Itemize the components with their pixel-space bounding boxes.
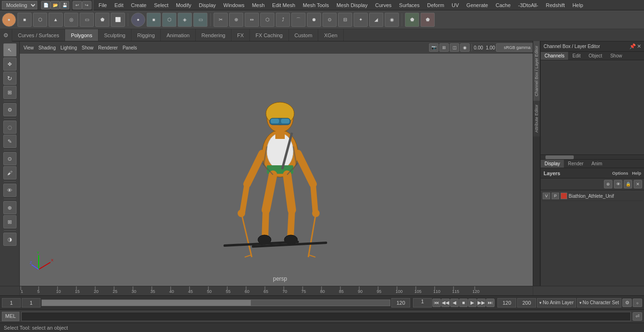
menu-cache[interactable]: Cache bbox=[492, 1, 514, 9]
skip-end-btn[interactable]: ⏭ bbox=[486, 299, 495, 307]
cb-tab-edit[interactable]: Edit bbox=[569, 52, 585, 60]
menu-mesh-tools[interactable]: Mesh Tools bbox=[299, 1, 332, 9]
tab-fx-caching[interactable]: FX Caching bbox=[250, 29, 289, 41]
shelf-circularize-btn[interactable]: ◉ bbox=[385, 13, 399, 27]
layers-help-menu[interactable]: Help bbox=[632, 171, 641, 176]
menu-create[interactable]: Create bbox=[127, 1, 150, 9]
cb-close-btn[interactable]: ✕ bbox=[637, 43, 641, 49]
range-end-input[interactable] bbox=[391, 298, 410, 308]
layer-visibility-icon[interactable]: 👁 bbox=[614, 180, 622, 188]
show-hide-btn[interactable]: 👁 bbox=[3, 184, 17, 197]
shelf-mirror-btn[interactable]: ⇔ bbox=[245, 13, 259, 27]
menu-mesh-display[interactable]: Mesh Display bbox=[333, 1, 372, 9]
shelf-pipe-btn[interactable]: ⬜ bbox=[111, 13, 125, 27]
smooth-btn[interactable]: ◉ bbox=[460, 43, 470, 52]
menu-windows[interactable]: Windows bbox=[220, 1, 248, 9]
layer-add-icon[interactable]: ⊕ bbox=[604, 180, 612, 188]
shelf-wedge-btn[interactable]: ◢ bbox=[369, 13, 383, 27]
shelf-fill-btn[interactable]: ⏺ bbox=[307, 13, 321, 27]
shelf-bridge-btn[interactable]: ⌒ bbox=[291, 13, 305, 27]
current-frame-input[interactable] bbox=[2, 298, 21, 308]
tab-animation[interactable]: Animation bbox=[161, 29, 196, 41]
shelf-cyl-btn[interactable]: ⬡ bbox=[33, 13, 47, 27]
save-file-btn[interactable]: 💾 bbox=[60, 1, 69, 9]
range-start-input[interactable] bbox=[22, 298, 41, 308]
menu-surfaces[interactable]: Surfaces bbox=[396, 1, 423, 9]
tab-custom[interactable]: Custom bbox=[289, 29, 319, 41]
anim-end-input[interactable] bbox=[497, 298, 516, 308]
anim-layer-selector[interactable]: ▾ No Anim Layer bbox=[537, 298, 576, 308]
play-fwd-btn[interactable]: ▶ bbox=[468, 299, 477, 307]
tab-xgen[interactable]: XGen bbox=[318, 29, 343, 41]
grid-btn[interactable]: ⊞ bbox=[439, 43, 449, 52]
shading-menu[interactable]: Shading bbox=[37, 43, 58, 52]
cb-tab-channels[interactable]: Channels bbox=[541, 52, 569, 60]
layer-delete-icon[interactable]: ✕ bbox=[634, 180, 642, 188]
play-back-btn[interactable]: ◀ bbox=[450, 299, 459, 307]
character-set-selector[interactable]: ▾ No Character Set bbox=[577, 298, 621, 308]
step-fwd-btn[interactable]: ▶▶ bbox=[477, 299, 486, 307]
shelf-combine-btn[interactable]: ⊕ bbox=[229, 13, 243, 27]
cb-tab-show[interactable]: Show bbox=[606, 52, 626, 60]
rotate-tool-btn[interactable]: ↻ bbox=[3, 72, 17, 85]
cb-pin-btn[interactable]: 📌 bbox=[629, 43, 636, 49]
shelf-sphere-btn[interactable]: ● bbox=[2, 13, 16, 27]
shelf-tool2-btn[interactable]: ■ bbox=[147, 13, 161, 27]
redo-btn[interactable]: ↪ bbox=[82, 1, 91, 9]
shelf-paint-btn[interactable]: ⬟ bbox=[405, 13, 419, 27]
universal-manip-btn[interactable]: ⚙ bbox=[3, 103, 17, 116]
scale-tool-btn[interactable]: ⊞ bbox=[3, 86, 17, 99]
new-file-btn[interactable]: 📄 bbox=[41, 1, 50, 9]
render-btn[interactable]: ◑ bbox=[3, 233, 17, 246]
anim-key-btn[interactable]: ⬦ bbox=[633, 299, 642, 307]
menu-mesh[interactable]: Mesh bbox=[248, 1, 268, 9]
menu-file[interactable]: File bbox=[95, 1, 111, 9]
shelf-tool3-btn[interactable]: ⬡ bbox=[162, 13, 176, 27]
layer-color-swatch[interactable] bbox=[561, 193, 567, 199]
menu-generate[interactable]: Generate bbox=[462, 1, 492, 9]
camera-select-btn[interactable]: 📷 bbox=[429, 43, 438, 52]
channel-scrollbar[interactable] bbox=[541, 154, 644, 159]
mode-selector[interactable]: Modeling bbox=[2, 1, 37, 9]
open-file-btn[interactable]: 📂 bbox=[50, 1, 60, 9]
shelf-sculpt-btn[interactable]: ⬟ bbox=[421, 13, 435, 27]
shelf-cube-btn[interactable]: ■ bbox=[17, 13, 32, 27]
paint-select-btn[interactable]: ✎ bbox=[3, 135, 17, 148]
shelf-target-btn[interactable]: ⊙ bbox=[322, 13, 337, 27]
menu-redshift[interactable]: Redshift bbox=[542, 1, 569, 9]
attribute-editor-side-tab[interactable]: Attribute Editor bbox=[533, 100, 540, 137]
tab-rigging[interactable]: Rigging bbox=[132, 29, 161, 41]
layer-tab-render[interactable]: Render bbox=[564, 160, 588, 168]
layer-pickable-toggle[interactable]: P bbox=[552, 193, 559, 199]
tab-rendering[interactable]: Rendering bbox=[196, 29, 231, 41]
move-tool-btn[interactable]: ✥ bbox=[3, 57, 17, 71]
layer-visibility-toggle[interactable]: V bbox=[543, 193, 550, 199]
shelf-torus-btn[interactable]: ◎ bbox=[64, 13, 78, 27]
shelf-poke-btn[interactable]: ✦ bbox=[354, 13, 368, 27]
menu-curves[interactable]: Curves bbox=[372, 1, 396, 9]
cmd-language-selector[interactable]: MEL bbox=[2, 312, 19, 321]
step-back-btn[interactable]: ◀◀ bbox=[441, 299, 450, 307]
snap-points-btn[interactable]: ⊕ bbox=[3, 201, 17, 214]
menu-modify[interactable]: Modify bbox=[172, 1, 195, 9]
layer-lock-icon[interactable]: 🔒 bbox=[624, 180, 632, 188]
menu-3dtoa[interactable]: -3DtoAll- bbox=[514, 1, 542, 9]
panels-menu[interactable]: Panels bbox=[121, 43, 139, 52]
shelf-cone-btn[interactable]: ▲ bbox=[49, 13, 63, 27]
lasso-select-btn[interactable]: ◌ bbox=[3, 121, 17, 134]
shelf-bevel-btn[interactable]: ⬡ bbox=[260, 13, 274, 27]
anim-max-input[interactable] bbox=[517, 298, 536, 308]
skip-start-btn[interactable]: ⏮ bbox=[432, 299, 441, 307]
viewport-content[interactable]: persp X Y Z bbox=[20, 54, 540, 286]
channel-scrollbar-thumb[interactable] bbox=[545, 155, 574, 159]
tab-polygons[interactable]: Polygons bbox=[65, 29, 98, 41]
channel-box-side-tab[interactable]: Channel Box / Layer Editor bbox=[533, 41, 540, 100]
select-tool-btn[interactable]: ↖ bbox=[3, 43, 17, 57]
shelf-tool1-btn[interactable]: ● bbox=[131, 13, 145, 27]
layers-options-menu[interactable]: Options bbox=[612, 171, 628, 176]
stop-btn[interactable]: ■ bbox=[459, 299, 468, 307]
shelf-plane-btn[interactable]: ▭ bbox=[80, 13, 94, 27]
timeline-ruler[interactable]: 1 5 10 15 20 25 30 35 40 45 50 55 60 bbox=[20, 286, 533, 296]
shelf-extract-btn[interactable]: ✂ bbox=[214, 13, 228, 27]
settings-icon[interactable]: ⚙ bbox=[3, 32, 8, 39]
